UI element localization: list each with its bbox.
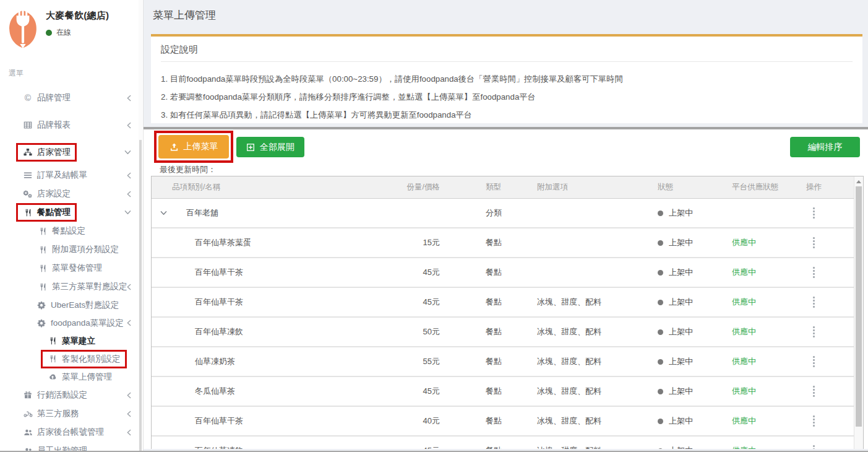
users-icon <box>22 428 33 436</box>
sidebar-item[interactable]: 菜單上傳管理 <box>0 368 142 386</box>
item-name-cell: 百年仙草干茶 <box>152 415 379 427</box>
chevron-down-icon[interactable] <box>160 211 167 215</box>
kebab-menu-icon[interactable] <box>810 264 817 280</box>
item-name-cell: 冬瓜仙草茶 <box>152 386 379 397</box>
sidebar-item[interactable]: 菜單建立 <box>0 332 142 350</box>
sidebar-item[interactable]: 品牌報表 <box>0 111 142 139</box>
menu-item-row: 百年仙草凍飲50元餐點冰塊、甜度、配料上架中供應中 <box>152 318 863 347</box>
status-dot <box>658 300 663 305</box>
status-label: 上架中 <box>669 267 693 278</box>
item-name: 百年仙草茶葉蛋 <box>195 237 251 248</box>
edit-sort-button[interactable]: 編輯排序 <box>790 137 860 157</box>
chevron-left-icon <box>127 429 131 436</box>
table-header-row: 品項類別/名稱份量/價格類型附加選項狀態平台供應狀態操作 <box>152 176 863 199</box>
status-label: 上架中 <box>669 237 693 248</box>
sidebar-item-label: 店家設定 <box>37 188 71 199</box>
report-grid-icon <box>22 121 33 129</box>
sidebar-item[interactable]: 店家設定 <box>0 185 142 203</box>
utensils-icon <box>22 209 33 217</box>
sidebar-item[interactable]: 客製化類別設定 <box>0 350 142 368</box>
expand-all-button[interactable]: 全部展開 <box>236 137 304 157</box>
item-name-cell: 百年仙草凍飲 <box>152 445 379 449</box>
gear-icon <box>36 319 47 328</box>
chevron-left-icon <box>127 392 131 399</box>
status-cell: 上架中 <box>658 267 732 278</box>
kebab-menu-icon[interactable] <box>810 324 817 340</box>
expand-all-icon <box>246 143 255 152</box>
price-cell: 15元 <box>379 237 441 248</box>
sidebar-item-label: 品牌管理 <box>37 92 71 103</box>
kebab-menu-icon[interactable] <box>810 235 817 251</box>
chevron-left-icon <box>127 122 131 129</box>
sidebar-item[interactable]: 附加選項分類設定 <box>0 240 142 259</box>
platform-supply-status: 供應中 <box>732 356 806 367</box>
column-header: 類型 <box>486 182 537 193</box>
status-cell: 上架中 <box>658 297 732 308</box>
menu-item-row: 仙草凍奶茶55元餐點冰塊、甜度、配料上架中供應中 <box>152 347 863 377</box>
sidebar-scrollbar[interactable] <box>139 0 142 452</box>
gear-icon <box>36 301 47 310</box>
chevron-down-icon <box>124 150 131 155</box>
menu-upload-panel: 上傳菜單 全部展開 編輯排序 最後更新時間： <box>144 127 868 449</box>
status-dot <box>658 448 663 450</box>
kebab-menu-icon[interactable] <box>810 413 817 429</box>
kebab-menu-icon[interactable] <box>810 443 817 449</box>
table-body: 百年老舖分類上架中百年仙草茶葉蛋15元餐點上架中供應中百年仙草干茶45元餐點上架… <box>152 199 863 449</box>
sidebar-item[interactable]: 訂單及結帳單 <box>0 166 142 185</box>
toolbar: 上傳菜單 全部展開 編輯排序 <box>144 129 868 159</box>
sidebar-item-label: 店家管理 <box>37 147 71 158</box>
sidebar-item[interactable]: 第三方菜單對應設定 <box>0 277 142 296</box>
platform-supply-status: 供應中 <box>732 445 806 449</box>
status-cell: 上架中 <box>658 415 732 427</box>
sidebar-item[interactable]: UberEats對應設定 <box>0 296 142 314</box>
kebab-menu-icon[interactable] <box>810 205 817 221</box>
sidebar-item-label: 餐點管理 <box>37 207 71 218</box>
menu-item-row: 百年仙草茶葉蛋15元餐點上架中供應中 <box>152 228 863 258</box>
price-cell: 45元 <box>379 386 441 397</box>
utensils-icon <box>37 264 48 272</box>
instruction-line: 1. 目前foodpanda菜單時段預設為全時段菜單（00:00~23:59），… <box>161 74 853 85</box>
sidebar-item[interactable]: foodpanda菜單設定 <box>0 314 142 332</box>
table-scrollbar[interactable] <box>854 176 863 449</box>
type-cell: 餐點 <box>486 267 537 278</box>
platform-supply-status: 供應中 <box>732 415 806 427</box>
item-name: 百年仙草干茶 <box>195 267 243 278</box>
item-name-cell: 百年老舖 <box>152 207 379 219</box>
card-title: 設定說明 <box>161 37 853 62</box>
sidebar-item[interactable]: ©品牌管理 <box>0 84 142 111</box>
status-label: 上架中 <box>669 445 693 449</box>
item-name: 百年仙草凍飲 <box>195 445 243 449</box>
status-label: 上架中 <box>669 326 693 337</box>
type-cell: 餐點 <box>486 356 537 367</box>
menu-table: 品項類別/名稱份量/價格類型附加選項狀態平台供應狀態操作 百年老舖分類上架中百年… <box>151 176 864 449</box>
button-label: 上傳菜單 <box>184 141 218 152</box>
column-header: 品項類別/名稱 <box>152 182 379 193</box>
kebab-menu-icon[interactable] <box>810 383 817 399</box>
status-cell: 上架中 <box>658 207 732 219</box>
sidebar-item[interactable]: 店家管理 <box>0 139 142 166</box>
upload-icon <box>170 142 179 152</box>
scroll-up-arrow-icon[interactable] <box>856 180 861 183</box>
sidebar-item[interactable]: 第三方服務 <box>0 404 142 423</box>
type-cell: 餐點 <box>486 237 537 248</box>
sidebar-scrollbar-thumb[interactable] <box>139 140 142 452</box>
sidebar-item-label: 訂單及結帳單 <box>37 170 87 181</box>
upload-menu-button[interactable]: 上傳菜單 <box>158 135 229 159</box>
kebab-menu-icon[interactable] <box>810 294 817 310</box>
sidebar-item[interactable]: 店家後台帳號管理 <box>0 423 142 441</box>
status-dot <box>658 389 663 394</box>
table-scrollbar-thumb[interactable] <box>856 186 862 427</box>
status-label: 上架中 <box>669 356 693 367</box>
title-bar: 菜單上傳管理 <box>144 0 868 30</box>
sidebar-item[interactable]: 菜單發佈管理 <box>0 259 142 277</box>
cloud-upload-icon <box>47 373 58 381</box>
status-cell: 上架中 <box>658 356 732 367</box>
kebab-menu-icon[interactable] <box>810 354 817 370</box>
price-cell: 45元 <box>379 297 441 308</box>
menu-item-row: 百年仙草凍飲45元餐點冰塊、甜度、配料上架中供應中 <box>152 437 863 449</box>
sidebar-item[interactable]: 餐點設定 <box>0 222 142 240</box>
brand-name: 大麥餐飲(總店) <box>46 10 109 22</box>
sidebar-item[interactable]: 行銷活動設定 <box>0 386 142 404</box>
sidebar-item-label: 菜單上傳管理 <box>62 372 112 383</box>
sidebar-item[interactable]: 餐點管理 <box>0 203 142 222</box>
